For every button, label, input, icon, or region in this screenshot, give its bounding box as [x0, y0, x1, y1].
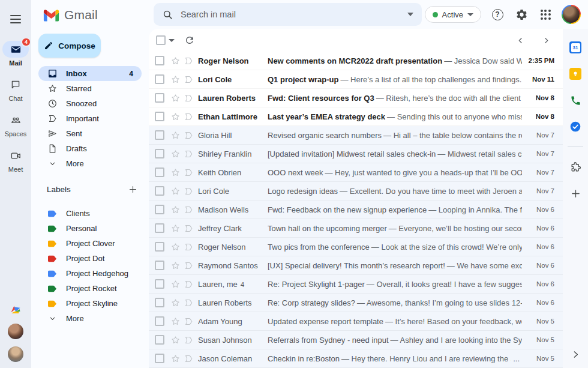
importance-marker-icon[interactable] — [182, 148, 194, 160]
email-row[interactable]: Roger Nelson Two pics from the conferenc… — [149, 238, 563, 256]
tasks-icon[interactable] — [569, 120, 582, 133]
importance-marker-icon[interactable] — [182, 129, 194, 141]
sidebar-item-drafts[interactable]: Drafts — [38, 141, 142, 156]
email-checkbox[interactable] — [155, 186, 164, 196]
sidebar-label-item[interactable]: Project Dot — [38, 251, 142, 266]
sidebar-item-starred[interactable]: Starred — [38, 81, 142, 96]
sidebar-label-item[interactable]: Personal — [38, 221, 142, 236]
email-row[interactable]: Lori Cole Logo redesign ideas— Excellent… — [149, 182, 563, 201]
email-row[interactable]: Keith Obrien OOO next week— Hey, just wa… — [149, 163, 563, 182]
sidebar-item-important[interactable]: Important — [38, 111, 142, 126]
email-checkbox[interactable] — [155, 205, 164, 214]
importance-marker-icon[interactable] — [182, 222, 194, 234]
email-row[interactable]: Lauren Roberts Re: Corp strategy slides?… — [149, 294, 563, 312]
star-icon[interactable] — [169, 148, 181, 160]
email-row[interactable]: Shirley Franklin [Updated invitation] Mi… — [149, 145, 563, 163]
star-icon[interactable] — [169, 334, 181, 346]
email-checkbox[interactable] — [155, 279, 164, 289]
email-row[interactable]: Jeffrey Clark Town hall on the upcoming … — [149, 219, 563, 238]
email-row[interactable]: Lauren Roberts Fwd: Client resources for… — [149, 89, 563, 107]
star-icon[interactable] — [169, 185, 181, 197]
create-label-plus-icon[interactable] — [126, 182, 139, 196]
refresh-icon[interactable] — [184, 35, 195, 46]
importance-marker-icon[interactable] — [182, 278, 194, 290]
rail-item-meet[interactable]: Meet — [2, 147, 29, 173]
help-icon[interactable] — [490, 7, 505, 22]
rail-item-mail[interactable]: 4 Mail — [2, 41, 29, 67]
email-checkbox[interactable] — [155, 112, 164, 121]
email-checkbox[interactable] — [155, 242, 164, 252]
sidebar-item-snoozed[interactable]: Snoozed — [38, 96, 142, 111]
importance-marker-icon[interactable] — [182, 204, 194, 216]
email-checkbox[interactable] — [155, 130, 164, 140]
sidebar-item-sent[interactable]: Sent — [38, 126, 142, 141]
calendar-icon[interactable]: 31 — [569, 41, 582, 54]
importance-marker-icon[interactable] — [182, 315, 194, 327]
email-checkbox[interactable] — [155, 316, 164, 326]
importance-marker-icon[interactable] — [182, 241, 194, 253]
email-checkbox[interactable] — [155, 261, 164, 270]
status-selector[interactable]: Active — [425, 6, 481, 23]
sidebar-label-item[interactable]: Project Rocket — [38, 281, 142, 296]
star-icon[interactable] — [169, 73, 181, 85]
sidebar-item-more[interactable]: More — [38, 156, 142, 171]
sidebar-item-inbox[interactable]: Inbox 4 — [38, 66, 142, 81]
star-icon[interactable] — [169, 297, 181, 309]
email-checkbox[interactable] — [155, 149, 164, 158]
email-checkbox[interactable] — [155, 167, 164, 177]
select-all-checkbox[interactable] — [156, 35, 166, 45]
importance-marker-icon[interactable] — [182, 185, 194, 197]
side-panel-toggle-icon[interactable] — [569, 348, 582, 361]
sidebar-labels-more[interactable]: More — [38, 311, 142, 326]
star-icon[interactable] — [169, 241, 181, 253]
avatar[interactable] — [8, 346, 23, 362]
star-icon[interactable] — [169, 204, 181, 216]
compose-button[interactable]: Compose — [38, 34, 101, 58]
get-addons-puzzle-icon[interactable] — [569, 160, 582, 173]
email-row[interactable]: Roger Nelson New comments on MCR2022 dra… — [149, 52, 563, 70]
star-icon[interactable] — [169, 352, 181, 364]
email-checkbox[interactable] — [155, 74, 164, 84]
voice-phone-icon[interactable] — [569, 94, 582, 107]
email-checkbox[interactable] — [155, 335, 164, 345]
email-checkbox[interactable] — [155, 93, 164, 103]
sidebar-label-item[interactable]: Project Skyline — [38, 296, 142, 311]
sidebar-label-item[interactable]: Clients — [38, 206, 142, 221]
importance-marker-icon[interactable] — [182, 297, 194, 309]
star-icon[interactable] — [169, 259, 181, 271]
email-checkbox[interactable] — [155, 223, 164, 233]
importance-marker-icon[interactable] — [182, 334, 194, 346]
rail-item-chat[interactable]: Chat — [2, 76, 29, 102]
sidebar-label-item[interactable]: Project Hedgehog — [38, 266, 142, 281]
email-row[interactable]: Adam Young Updated expense report templa… — [149, 312, 563, 331]
star-icon[interactable] — [169, 110, 181, 122]
avatar[interactable] — [8, 324, 23, 339]
settings-gear-icon[interactable] — [514, 7, 529, 22]
importance-marker-icon[interactable] — [182, 352, 194, 364]
email-row[interactable]: Madison Wells Fwd: Feedback on the new s… — [149, 201, 563, 219]
email-row[interactable]: Susan Johnson Referrals from Sydney - ne… — [149, 331, 563, 349]
search-options-caret-icon[interactable] — [407, 13, 413, 16]
search-input[interactable] — [181, 10, 407, 19]
star-icon[interactable] — [169, 92, 181, 104]
colorful-logo-icon[interactable] — [10, 304, 22, 316]
importance-marker-icon[interactable] — [182, 55, 194, 67]
importance-marker-icon[interactable] — [182, 166, 194, 178]
email-checkbox[interactable] — [155, 298, 164, 307]
google-apps-grid-icon[interactable] — [538, 7, 553, 22]
search-bar[interactable] — [154, 3, 422, 26]
star-icon[interactable] — [169, 222, 181, 234]
newer-chevron-icon[interactable] — [516, 36, 525, 45]
importance-marker-icon[interactable] — [182, 73, 194, 85]
profile-avatar[interactable] — [562, 5, 581, 24]
star-icon[interactable] — [169, 55, 181, 67]
email-row[interactable]: Jason Coleman Checkin in re:Boston— Hey … — [149, 349, 563, 368]
keep-icon[interactable] — [569, 67, 582, 80]
email-row[interactable]: Lauren, me4 Re: Project Skylight 1-pager… — [149, 275, 563, 294]
older-chevron-icon[interactable] — [542, 36, 551, 45]
star-icon[interactable] — [169, 166, 181, 178]
email-checkbox[interactable] — [155, 56, 164, 65]
email-row[interactable]: Lori Cole Q1 project wrap-up— Here’s a l… — [149, 70, 563, 89]
star-icon[interactable] — [169, 315, 181, 327]
plus-icon[interactable] — [569, 187, 582, 200]
